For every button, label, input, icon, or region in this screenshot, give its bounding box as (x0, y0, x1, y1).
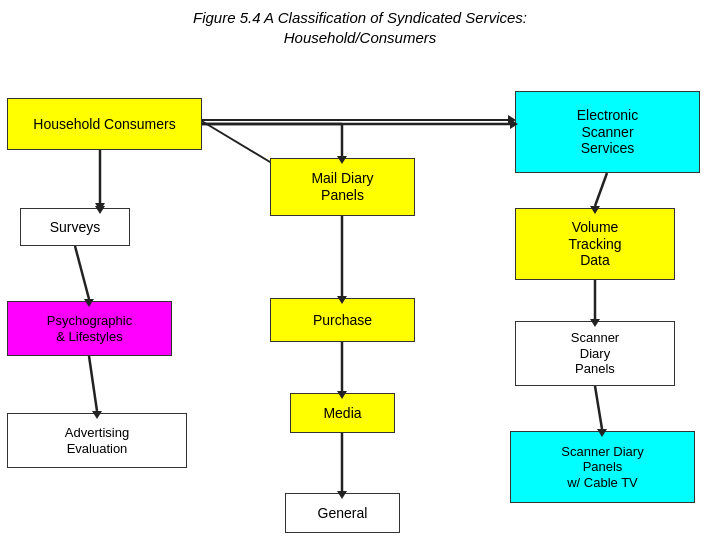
surveys-box: Surveys (20, 208, 130, 246)
svg-line-18 (75, 246, 89, 299)
media-box: Media (290, 393, 395, 433)
svg-line-20 (89, 356, 97, 411)
purchase-box: Purchase (270, 298, 415, 342)
household-consumers-box: Household Consumers (7, 98, 202, 150)
mail-diary-panels-box: Mail Diary Panels (270, 158, 415, 216)
volume-tracking-box: Volume Tracking Data (515, 208, 675, 280)
scanner-diary-panels-box: Scanner Diary Panels (515, 321, 675, 386)
svg-line-26 (595, 386, 602, 429)
title-line1: Figure 5.4 A Classification of Syndicate… (0, 8, 720, 28)
svg-line-4 (200, 120, 280, 168)
advertising-evaluation-box: Advertising Evaluation (7, 413, 187, 468)
electronic-scanner-box: Electronic Scanner Services (515, 91, 700, 173)
general-box: General (285, 493, 400, 533)
psychographic-box: Psychographic & Lifestyles (7, 301, 172, 356)
scanner-diary-cable-box: Scanner Diary Panels w/ Cable TV (510, 431, 695, 503)
figure-title: Figure 5.4 A Classification of Syndicate… (0, 0, 720, 53)
title-line2: Household/Consumers (0, 28, 720, 48)
svg-line-22 (595, 173, 607, 206)
